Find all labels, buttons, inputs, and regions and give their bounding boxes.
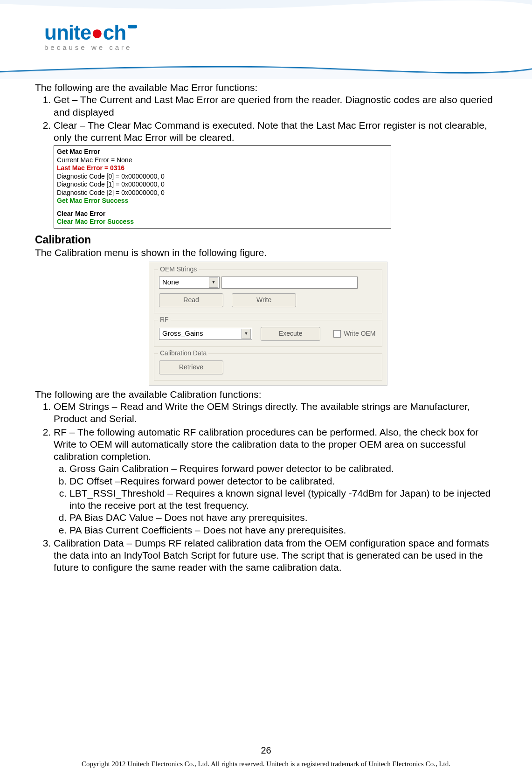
calibration-list: OEM Strings – Read and Write the OEM Str… [35, 401, 501, 574]
mac-error-output-box: Get Mac Error Current Mac Error = None L… [54, 145, 391, 228]
code-line: Diagnostic Code [2] = 0x00000000, 0 [57, 189, 388, 197]
oem-select-value: None [162, 278, 179, 287]
list-item: Clear – The Clear Mac Command is execute… [54, 119, 501, 144]
brand-logo: unite●ch because we care [44, 21, 137, 51]
oem-strings-group: OEM Strings None ▼ Read Write [154, 270, 382, 313]
list-item: RF – The following automatic RF calibrat… [54, 426, 501, 536]
calibration-data-group: Calibration Data Retrieve [154, 353, 382, 381]
list-item: Calibration Data – Dumps RF related cali… [54, 537, 501, 574]
code-line: Diagnostic Code [1] = 0x00000000, 0 [57, 180, 388, 189]
oem-select[interactable]: None ▼ [159, 277, 220, 289]
logo-prefix: unite [44, 21, 91, 44]
list-item: OEM Strings – Read and Write the OEM Str… [54, 401, 501, 425]
chevron-down-icon: ▼ [209, 277, 218, 288]
calibration-text: The Calibration menu is shown in the fol… [35, 247, 501, 259]
rf-sublist: Gross Gain Calibration – Requires forwar… [54, 463, 501, 536]
oem-legend: OEM Strings [158, 265, 199, 274]
rf-select-value: Gross_Gains [162, 329, 203, 338]
execute-button[interactable]: Execute [261, 327, 320, 341]
list-item-text: RF – The following automatic RF calibrat… [54, 427, 478, 462]
code-line: Clear Mac Error [57, 210, 388, 218]
rf-group: RF Gross_Gains ▼ Execute Write OEM [154, 320, 382, 347]
list-item: DC Offset –Requires forward power detect… [69, 475, 501, 487]
code-line-success: Clear Mac Error Success [57, 218, 388, 226]
list-item: Get – The Current and Last Mac Error are… [54, 94, 501, 118]
logo-dot-icon [128, 25, 137, 28]
list-item: Gross Gain Calibration – Requires forwar… [69, 463, 501, 475]
retrieve-button[interactable]: Retrieve [159, 360, 223, 374]
code-line: Current Mac Error = None [57, 156, 388, 165]
page-number: 26 [0, 745, 532, 756]
code-line: Diagnostic Code [0] = 0x00000000, 0 [57, 173, 388, 181]
chevron-down-icon: ▼ [242, 329, 251, 339]
logo-o: ● [91, 21, 103, 44]
mac-error-list: Get – The Current and Last Mac Error are… [35, 94, 501, 144]
code-line-success: Get Mac Error Success [57, 197, 388, 205]
code-line-error: Last Mac Error = 0316 [57, 164, 388, 173]
logo-suffix: ch [103, 21, 126, 44]
read-button[interactable]: Read [159, 293, 223, 307]
page-content: The following are the available Mac Erro… [35, 82, 501, 575]
write-button[interactable]: Write [232, 293, 296, 307]
logo-tagline: because we care [44, 43, 137, 51]
write-oem-checkbox-wrap[interactable]: Write OEM [333, 329, 375, 337]
code-line: Get Mac Error [57, 148, 388, 156]
list-item: PA Bias Current Coefficients – Does not … [69, 524, 501, 536]
list-item: LBT_RSSI_Threshold – Requires a known si… [69, 487, 501, 512]
footer-copyright: Copyright 2012 Unitech Electronics Co., … [0, 760, 532, 768]
caldata-legend: Calibration Data [158, 349, 208, 358]
oem-value-input[interactable] [221, 277, 358, 289]
rf-select[interactable]: Gross_Gains ▼ [159, 328, 252, 340]
intro-text: The following are the available Mac Erro… [35, 82, 501, 94]
calibration-ui-figure: OEM Strings None ▼ Read Write RF Gross_G… [149, 262, 387, 386]
write-oem-label: Write OEM [344, 330, 375, 337]
list-item: PA Bias DAC Value – Does not have any pr… [69, 512, 501, 524]
rf-legend: RF [158, 316, 171, 324]
checkbox-icon[interactable] [333, 330, 341, 338]
calibration-intro: The following are the available Calibrat… [35, 388, 501, 401]
calibration-heading: Calibration [35, 233, 501, 247]
